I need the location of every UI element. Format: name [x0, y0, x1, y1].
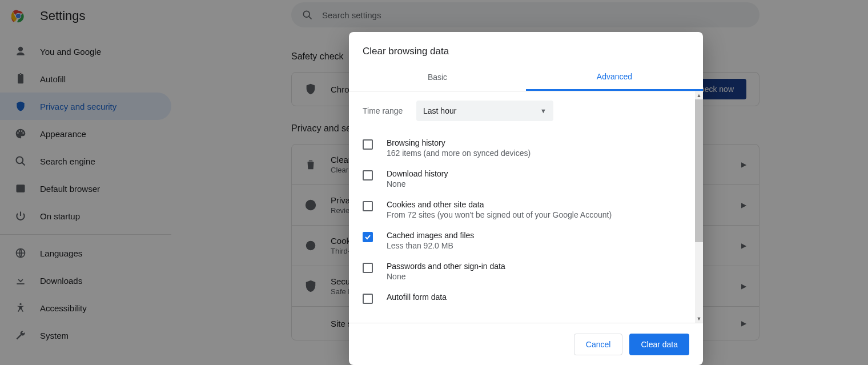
option-cached-images[interactable]: Cached images and files Less than 92.0 M…: [363, 225, 689, 256]
option-title: Autofill form data: [387, 292, 447, 302]
option-title: Cached images and files: [387, 231, 474, 240]
option-sub: Less than 92.0 MB: [387, 241, 474, 250]
option-title: Passwords and other sign-in data: [387, 262, 505, 271]
time-range-row: Time range Last hour ▼: [363, 101, 689, 121]
dialog-title: Clear browsing data: [349, 32, 703, 64]
checkbox[interactable]: [363, 139, 373, 150]
option-autofill[interactable]: Autofill form data: [363, 287, 689, 310]
scroll-up-icon[interactable]: ▲: [695, 91, 703, 99]
dialog-footer: Cancel Clear data: [349, 323, 703, 365]
dialog-scroll-area: Time range Last hour ▼ Browsing history …: [349, 91, 703, 323]
option-title: Cookies and other site data: [387, 200, 612, 209]
option-passwords[interactable]: Passwords and other sign-in data None: [363, 256, 689, 287]
tab-advanced[interactable]: Advanced: [526, 64, 703, 91]
caret-down-icon: ▼: [540, 107, 546, 114]
checkbox[interactable]: [363, 232, 373, 242]
option-title: Download history: [387, 169, 448, 178]
scrollbar-thumb[interactable]: [695, 99, 703, 242]
scroll-down-icon[interactable]: ▼: [695, 315, 703, 323]
time-range-label: Time range: [363, 106, 416, 115]
time-range-select[interactable]: Last hour ▼: [416, 101, 553, 121]
checkbox[interactable]: [363, 294, 373, 304]
checkbox[interactable]: [363, 201, 373, 211]
dialog-tabs: Basic Advanced: [349, 64, 703, 91]
option-browsing-history[interactable]: Browsing history 162 items (and more on …: [363, 133, 689, 163]
checkbox[interactable]: [363, 170, 373, 181]
time-range-value: Last hour: [423, 106, 456, 115]
clear-browsing-data-dialog: Clear browsing data Basic Advanced Time …: [349, 32, 703, 365]
option-sub: 162 items (and more on synced devices): [387, 149, 531, 158]
option-sub: None: [387, 272, 505, 281]
check-icon: [364, 234, 371, 240]
option-cookies[interactable]: Cookies and other site data From 72 site…: [363, 194, 689, 225]
cancel-button[interactable]: Cancel: [574, 334, 623, 355]
option-download-history[interactable]: Download history None: [363, 163, 689, 194]
scrollbar-track[interactable]: ▲ ▼: [695, 91, 703, 323]
option-sub: None: [387, 179, 448, 188]
option-sub: From 72 sites (you won't be signed out o…: [387, 210, 612, 219]
clear-data-button[interactable]: Clear data: [629, 334, 689, 355]
tab-basic[interactable]: Basic: [349, 64, 526, 91]
checkbox[interactable]: [363, 263, 373, 273]
option-title: Browsing history: [387, 138, 531, 147]
